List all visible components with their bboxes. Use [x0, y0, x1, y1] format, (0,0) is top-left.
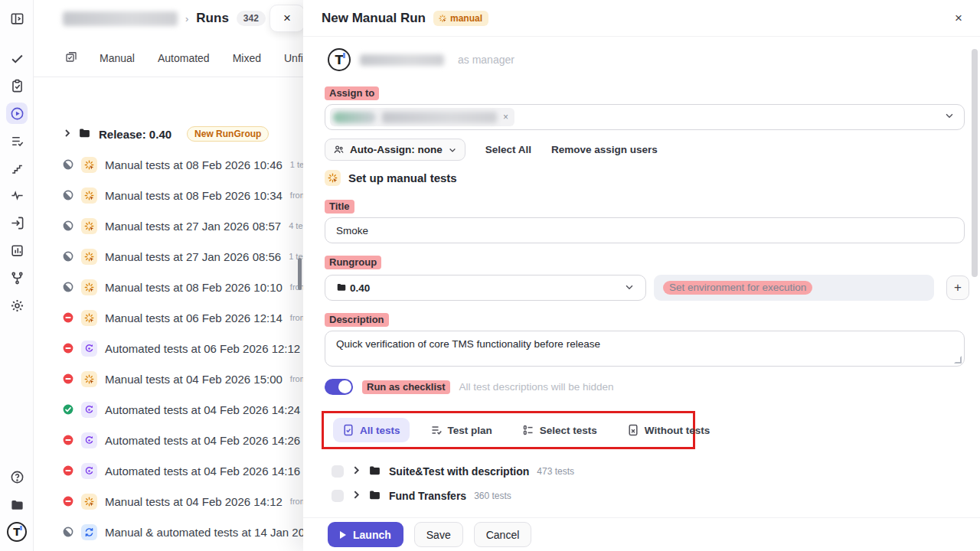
- filter-tab-automated[interactable]: Automated: [158, 52, 210, 64]
- branches-icon[interactable]: [6, 267, 28, 289]
- description-textarea[interactable]: Quick verification of core TMS functiona…: [325, 331, 965, 367]
- manual-run-icon: [81, 249, 97, 265]
- run-list-item[interactable]: Automated tests at 04 Feb 2026 14:16: [34, 455, 303, 486]
- save-button[interactable]: Save: [414, 522, 463, 547]
- run-list-item[interactable]: Manual tests at 06 Feb 2026 12:14fromR: [34, 302, 303, 333]
- select-all-link[interactable]: Select All: [485, 144, 531, 155]
- select-list-icon: [522, 424, 534, 436]
- tab-label: Select tests: [540, 425, 597, 436]
- remove-assignee-icon[interactable]: ×: [503, 112, 508, 122]
- settings-gear-icon[interactable]: [6, 295, 28, 316]
- suite-test-count: 360 tests: [474, 491, 511, 501]
- chevron-right-icon[interactable]: [351, 465, 361, 478]
- modal-title: New Manual Run: [322, 11, 426, 26]
- title-input[interactable]: Smoke: [325, 217, 965, 243]
- environment-input[interactable]: Set environment for execution: [654, 275, 934, 301]
- suite-tree-row[interactable]: Suite&Test with description473 tests: [322, 459, 858, 484]
- run-meta: from: [290, 497, 303, 506]
- status-failed-icon: [63, 343, 74, 354]
- tab-test-plan[interactable]: Test plan: [421, 418, 501, 442]
- run-list-item[interactable]: Manual tests at 27 Jan 2026 08:574 te: [34, 210, 303, 241]
- add-environment-button[interactable]: +: [946, 276, 969, 300]
- chevron-right-icon[interactable]: [63, 129, 72, 140]
- filter-tab-manual[interactable]: Manual: [100, 52, 135, 64]
- launch-button[interactable]: Launch: [328, 522, 403, 547]
- reports-icon[interactable]: [6, 240, 28, 261]
- tests-check-icon[interactable]: [6, 47, 28, 69]
- run-list-item[interactable]: Manual tests at 08 Feb 2026 10:34from: [34, 180, 303, 210]
- cancel-button[interactable]: Cancel: [474, 522, 532, 547]
- milestones-icon[interactable]: [6, 158, 28, 179]
- run-list-item[interactable]: Automated tests at 06 Feb 2026 12:12: [34, 333, 303, 364]
- tab-select-tests[interactable]: Select tests: [513, 418, 606, 442]
- sidebar-rail: T: [0, 0, 34, 551]
- assigned-user-chip[interactable]: ×: [330, 108, 514, 126]
- run-list-item[interactable]: Manual tests at 04 Feb 2026 15:00from: [34, 364, 303, 394]
- manual-type-icon: [325, 170, 341, 186]
- modal-scrollbar[interactable]: [972, 49, 978, 277]
- suite-checkbox[interactable]: [332, 465, 344, 478]
- folder-icon: [368, 464, 381, 480]
- run-list-item[interactable]: Manual tests at 08 Feb 2026 10:461 tes: [34, 149, 303, 180]
- doc-check-icon: [342, 424, 354, 436]
- tab-all-tests[interactable]: All tests: [333, 418, 410, 442]
- manual-run-icon: [81, 310, 97, 326]
- multi-select-icon[interactable]: [64, 50, 78, 67]
- run-list-item[interactable]: Automated tests at 04 Feb 2026 14:24: [34, 394, 303, 425]
- status-failed-icon: [63, 435, 74, 445]
- run-title: Manual tests at 06 Feb 2026 12:14: [105, 311, 283, 324]
- close-runs-panel-button[interactable]: ×: [270, 5, 305, 32]
- suite-test-count: 473 tests: [537, 466, 574, 477]
- manual-run-icon: [81, 218, 97, 234]
- run-title: Automated tests at 04 Feb 2026 14:16: [105, 465, 300, 478]
- chevron-down-icon[interactable]: [944, 110, 955, 124]
- test-plans-icon[interactable]: [6, 130, 28, 152]
- suite-checkbox[interactable]: [332, 490, 344, 502]
- rungroup-list-item[interactable]: Release: 0.40 New RunGroup: [34, 119, 303, 149]
- help-icon[interactable]: [6, 466, 28, 487]
- activity-icon[interactable]: [6, 184, 28, 206]
- test-cases-icon[interactable]: [6, 75, 28, 96]
- run-title: Manual tests at 08 Feb 2026 10:34: [105, 189, 283, 202]
- suite-tree-row[interactable]: Fund Transfers360 tests: [322, 484, 858, 508]
- chevron-right-icon[interactable]: [351, 490, 361, 502]
- runs-list-scrollbar[interactable]: [298, 258, 302, 290]
- rungroup-select[interactable]: 0.40: [325, 275, 646, 301]
- import-icon[interactable]: [6, 212, 28, 233]
- assignee-name-redacted: [382, 112, 497, 123]
- run-list-item[interactable]: Automated tests at 04 Feb 2026 14:26: [34, 425, 303, 455]
- chevron-down-icon: [448, 145, 457, 155]
- automated-run-icon: [81, 341, 97, 357]
- modal-close-icon[interactable]: ×: [951, 11, 966, 26]
- filter-tab-unfinished[interactable]: Unfinished: [284, 52, 303, 64]
- assign-to-select[interactable]: ×: [325, 104, 965, 130]
- tab-without-tests[interactable]: Without tests: [618, 418, 719, 442]
- chevron-down-icon[interactable]: [624, 282, 635, 295]
- run-title: Manual tests at 27 Jan 2026 08:57: [105, 220, 281, 233]
- setup-manual-tests-heading: Set up manual tests: [325, 170, 457, 186]
- filter-tab-mixed[interactable]: Mixed: [233, 52, 261, 64]
- run-title: Automated tests at 04 Feb 2026 14:26: [105, 434, 300, 447]
- run-list-item[interactable]: Manual tests at 27 Jan 2026 08:561 tes: [34, 241, 303, 272]
- checklist-row: Run as checklist All test descriptions w…: [325, 379, 613, 395]
- run-list-item[interactable]: Manual & automated tests at 14 Jan 202: [34, 517, 303, 547]
- run-title: Manual tests at 08 Feb 2026 10:46: [105, 158, 283, 171]
- manual-run-icon: [81, 494, 97, 510]
- automated-run-icon: [81, 432, 97, 448]
- run-list-item[interactable]: Manual tests at 04 Feb 2026 14:12fromC: [34, 486, 303, 517]
- automated-run-icon: [81, 463, 97, 479]
- collapse-panel-icon[interactable]: [6, 8, 28, 29]
- project-name-redacted[interactable]: [63, 11, 178, 26]
- runs-list: Release: 0.40 New RunGroup Manual tests …: [34, 119, 303, 547]
- remove-assign-users-link[interactable]: Remove assign users: [551, 144, 658, 155]
- mixed-run-icon: [81, 524, 97, 540]
- runs-icon[interactable]: [6, 103, 28, 124]
- manual-type-badge: manual: [433, 11, 488, 26]
- runs-count-badge: 342: [237, 11, 266, 26]
- auto-assign-button[interactable]: Auto-Assign: none: [325, 139, 466, 161]
- app-logo[interactable]: T: [6, 521, 28, 543]
- run-title: Manual tests at 27 Jan 2026 08:56: [105, 250, 281, 263]
- projects-folder-icon[interactable]: [6, 494, 28, 515]
- run-as-checklist-toggle[interactable]: [325, 379, 353, 395]
- run-list-item[interactable]: Manual tests at 08 Feb 2026 10:10fromM: [34, 272, 303, 302]
